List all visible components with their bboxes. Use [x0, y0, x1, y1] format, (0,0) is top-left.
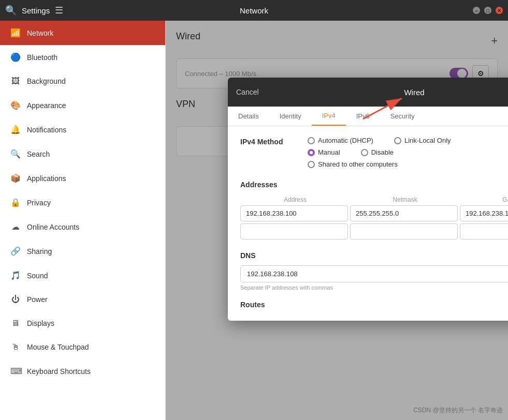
- netmask-input-2[interactable]: [350, 223, 458, 239]
- col-address: Address: [240, 194, 350, 205]
- address-input-1[interactable]: [240, 205, 348, 221]
- radio-circle-disable: [361, 149, 368, 156]
- search-sidebar-icon: 🔍: [10, 149, 21, 159]
- col-gateway: Gateway: [460, 194, 508, 205]
- privacy-icon: 🔒: [10, 198, 21, 207]
- method-options: Automatic (DHCP) Link-Local Only Manual: [308, 137, 508, 168]
- content-area: Wired + Connected – 1000 Mb/s ⚙ VPN + ⚙: [166, 21, 508, 420]
- sidebar-item-keyboard[interactable]: ⌨ Keyboard Shortcuts: [0, 359, 165, 383]
- bluetooth-icon: 🔵: [10, 52, 21, 62]
- sidebar-item-privacy[interactable]: 🔒 Privacy: [0, 190, 165, 215]
- sidebar: 📶 Network 🔵 Bluetooth 🖼 Background 🎨 App…: [0, 21, 166, 420]
- dns-header: DNS Automatic: [240, 250, 508, 261]
- sidebar-item-sound[interactable]: 🎵 Sound: [0, 263, 165, 288]
- radio-circle-manual: [308, 149, 315, 156]
- dns-input[interactable]: [240, 265, 508, 282]
- maximize-button[interactable]: □: [484, 7, 491, 14]
- sound-icon: 🎵: [10, 271, 21, 280]
- search-icon[interactable]: 🔍: [5, 5, 17, 16]
- addresses-title: Addresses: [240, 181, 508, 189]
- netmask-input-1[interactable]: [350, 205, 458, 221]
- dialog-header: Cancel Wired Apply: [228, 78, 508, 107]
- main-layout: 📶 Network 🔵 Bluetooth 🖼 Background 🎨 App…: [0, 21, 508, 420]
- address-table: Address Netmask Gateway 🗑: [240, 194, 508, 239]
- radio-dhcp[interactable]: Automatic (DHCP): [308, 137, 373, 144]
- routes-label: Routes: [240, 301, 265, 309]
- tab-security[interactable]: Security: [380, 107, 425, 126]
- sidebar-label-mouse: Mouse & Touchpad: [27, 343, 89, 351]
- dns-hint: Separate IP addresses with commas: [240, 284, 508, 291]
- tab-ipv6[interactable]: IPv6: [346, 107, 380, 126]
- routes-section: Routes Automatic: [240, 299, 508, 310]
- address-header: Address Netmask Gateway: [240, 194, 508, 205]
- window-title: Network: [240, 6, 268, 15]
- window-controls: – □ ✕: [473, 7, 503, 14]
- radio-shared[interactable]: Shared to other computers: [308, 160, 398, 168]
- dialog-tabs: Details Identity IPv4 IPv6 Security: [228, 107, 508, 126]
- sidebar-item-displays[interactable]: 🖥 Displays: [0, 311, 165, 335]
- radio-circle-link-local: [394, 137, 401, 144]
- online-icon: ☁: [10, 222, 21, 232]
- sidebar-item-sharing[interactable]: 🔗 Sharing: [0, 239, 165, 263]
- background-icon: 🖼: [10, 77, 21, 86]
- sharing-icon: 🔗: [10, 246, 21, 256]
- method-row-2: Manual Disable: [308, 148, 508, 156]
- sidebar-item-bluetooth[interactable]: 🔵 Bluetooth: [0, 45, 165, 69]
- address-row-2: 🗑: [240, 223, 508, 239]
- sidebar-label-sound: Sound: [27, 272, 48, 280]
- dns-label: DNS: [240, 251, 256, 260]
- sidebar-label-notifications: Notifications: [27, 126, 66, 134]
- gateway-input-2[interactable]: [460, 223, 508, 239]
- radio-manual[interactable]: Manual: [308, 148, 340, 156]
- close-button[interactable]: ✕: [496, 7, 503, 14]
- sidebar-item-mouse[interactable]: 🖱 Mouse & Touchpad: [0, 335, 165, 359]
- sidebar-label-search: Search: [27, 150, 50, 158]
- sidebar-label-sharing: Sharing: [27, 247, 52, 256]
- sidebar-item-network[interactable]: 📶 Network: [0, 21, 165, 45]
- sidebar-label-power: Power: [27, 295, 48, 304]
- sidebar-label-appearance: Appearance: [27, 101, 66, 110]
- displays-icon: 🖥: [10, 319, 21, 328]
- sidebar-label-bluetooth: Bluetooth: [27, 53, 57, 62]
- sidebar-label-background: Background: [27, 77, 66, 85]
- dns-section: DNS Automatic Separate IP addresses with…: [240, 250, 508, 291]
- sidebar-item-search[interactable]: 🔍 Search: [0, 142, 165, 166]
- appearance-icon: 🎨: [10, 100, 21, 110]
- tab-identity[interactable]: Identity: [269, 107, 312, 126]
- address-input-2[interactable]: [240, 223, 348, 239]
- titlebar-left: 🔍 Settings ☰: [5, 5, 63, 16]
- gateway-input-1[interactable]: [460, 205, 508, 221]
- col-netmask: Netmask: [350, 194, 460, 205]
- menu-icon[interactable]: ☰: [55, 5, 63, 16]
- dialog-ipv4-content: IPv4 Method Automatic (DHCP) Link-Local …: [228, 126, 508, 321]
- applications-icon: 📦: [10, 173, 21, 183]
- mouse-icon: 🖱: [10, 342, 21, 352]
- sidebar-item-online[interactable]: ☁ Online Accounts: [0, 215, 165, 239]
- sidebar-item-notifications[interactable]: 🔔 Notifications: [0, 117, 165, 142]
- network-icon: 📶: [10, 28, 21, 38]
- keyboard-icon: ⌨: [10, 366, 21, 376]
- routes-header: Routes Automatic: [240, 299, 508, 310]
- sidebar-item-applications[interactable]: 📦 Applications: [0, 166, 165, 190]
- sidebar-item-appearance[interactable]: 🎨 Appearance: [0, 93, 165, 117]
- cancel-button[interactable]: Cancel: [236, 88, 259, 96]
- tab-ipv4[interactable]: IPv4: [312, 107, 346, 126]
- titlebar: 🔍 Settings ☰ Network – □ ✕: [0, 0, 508, 21]
- radio-circle-shared: [308, 161, 315, 168]
- radio-circle-dhcp: [308, 137, 315, 144]
- method-row-3: Shared to other computers: [308, 160, 508, 168]
- sidebar-label-keyboard: Keyboard Shortcuts: [27, 367, 91, 376]
- sidebar-label-displays: Displays: [27, 319, 54, 327]
- radio-disable[interactable]: Disable: [361, 148, 394, 156]
- radio-link-local[interactable]: Link-Local Only: [394, 137, 451, 144]
- sidebar-label-online: Online Accounts: [27, 223, 79, 231]
- sidebar-label-applications: Applications: [27, 174, 66, 183]
- minimize-button[interactable]: –: [473, 7, 480, 14]
- sidebar-item-background[interactable]: 🖼 Background: [0, 69, 165, 93]
- notifications-icon: 🔔: [10, 125, 21, 134]
- power-icon: ⏻: [10, 295, 21, 304]
- sidebar-item-power[interactable]: ⏻ Power: [0, 288, 165, 311]
- method-row-1: Automatic (DHCP) Link-Local Only: [308, 137, 508, 144]
- tab-details[interactable]: Details: [228, 107, 269, 126]
- method-label: IPv4 Method: [240, 137, 292, 146]
